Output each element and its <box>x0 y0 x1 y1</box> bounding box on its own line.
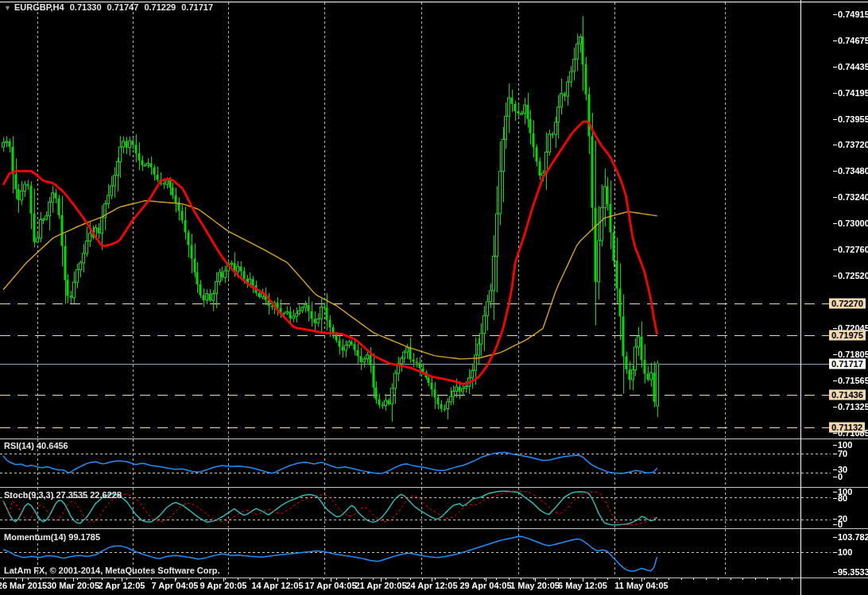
quote-low: 0.71229 <box>144 2 176 12</box>
time-tick-label: 17 Apr 04:05 <box>304 581 356 591</box>
momentum-scale-label: 103.7825 <box>838 532 868 543</box>
price-level-label: 0.71975 <box>829 330 866 341</box>
momentum-label: Momentum(14) 99.1785 <box>4 532 100 543</box>
time-tick-label: 1 May 20:05 <box>510 581 560 591</box>
stoch-scale-label: 0 <box>838 520 843 530</box>
time-tick-label: 6 May 12:05 <box>558 581 607 591</box>
time-tick-label: 11 May 04:05 <box>614 581 668 591</box>
price-tick-label: 0.71325 <box>838 402 868 412</box>
mt4-chart-window: ▼EURGBP,H4 0.71330 0.71747 0.71229 0.717… <box>0 0 868 595</box>
time-tick-label: 7 Apr 04:05 <box>152 581 199 591</box>
current-price-label: 0.71717 <box>829 359 866 369</box>
copyright-text: LatAm FX, © 2001-2014, MetaQuotes Softwa… <box>4 566 220 576</box>
time-tick-label: 24 Apr 12:05 <box>405 581 457 591</box>
time-tick-label: 30 Mar 20:05 <box>47 581 99 591</box>
rsi-label: RSI(14) 40.6456 <box>4 441 68 451</box>
stoch-label: Stoch(9,3,3) 27.3535 22.6228 <box>4 490 122 500</box>
price-tick-label: 0.73240 <box>838 192 868 203</box>
quote-high: 0.71747 <box>107 2 139 12</box>
time-tick-label: 26 Mar 2015 <box>0 581 47 591</box>
momentum-scale-label: 100 <box>838 547 852 558</box>
rsi-scale-label: 70 <box>838 449 847 459</box>
stoch-scale-label: 80 <box>838 493 847 504</box>
time-tick-label: 29 Apr 04:05 <box>459 581 511 591</box>
price-tick-label: 0.74675 <box>838 36 868 46</box>
price-tick-label: 0.73000 <box>838 218 868 229</box>
price-tick-label: 0.73480 <box>838 166 868 176</box>
price-level-label: 0.72270 <box>829 299 866 309</box>
time-tick-label: 9 Apr 20:05 <box>200 581 247 591</box>
price-tick-label: 0.72520 <box>838 271 868 281</box>
time-tick-label: 2 Apr 12:05 <box>99 581 145 591</box>
rsi-scale-label: 0 <box>838 472 843 482</box>
time-tick-label: 21 Apr 20:05 <box>355 581 406 591</box>
price-tick-label: 0.73720 <box>838 140 868 150</box>
price-tick-label: 0.73955 <box>838 114 868 125</box>
time-tick-label: 14 Apr 12:05 <box>251 581 303 591</box>
symbol-timeframe: EURGBP,H4 <box>14 2 64 12</box>
quote-close: 0.71717 <box>181 2 213 12</box>
chart-title: ▼EURGBP,H4 0.71330 0.71747 0.71229 0.717… <box>4 2 216 12</box>
quote-open: 0.71330 <box>70 2 102 12</box>
price-tick-label: 0.71565 <box>838 376 868 386</box>
price-level-label: 0.71132 <box>829 423 865 433</box>
price-tick-label: 0.74915 <box>838 10 868 20</box>
price-tick-label: 0.74195 <box>838 88 868 99</box>
chart-canvas[interactable] <box>0 0 868 595</box>
price-tick-label: 0.74435 <box>838 62 868 72</box>
price-level-label: 0.71436 <box>829 390 866 400</box>
price-tick-label: 0.72760 <box>838 245 868 255</box>
symbol-dropdown-icon[interactable]: ▼ <box>4 4 11 12</box>
momentum-scale-label: 95.3533 <box>838 567 868 578</box>
